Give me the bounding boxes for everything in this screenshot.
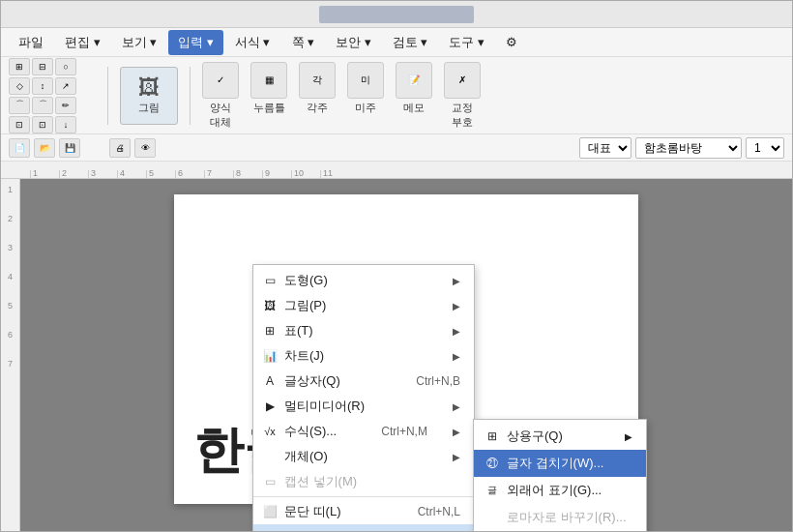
tb-icon-9[interactable]: ✏ xyxy=(55,97,76,114)
ruler-tick-2: 2 xyxy=(59,170,88,178)
fmt-open[interactable]: 📂 xyxy=(34,138,55,158)
document-page: 한글 CHE xyxy=(174,194,638,504)
style-select[interactable]: 대표 xyxy=(579,137,631,159)
app-window: 파일 편집 ▾ 보기 ▾ 입력 ▾ 서식 ▾ 쪽 ▾ 보안 ▾ 검토 ▾ 도구 … xyxy=(0,0,793,532)
ruler-tick-4: 4 xyxy=(117,170,146,178)
fmt-save[interactable]: 💾 xyxy=(59,138,80,158)
correction-btn[interactable]: ✗ xyxy=(444,62,481,99)
left-tick-5: 5 xyxy=(8,299,13,328)
menu-bar: 파일 편집 ▾ 보기 ▾ 입력 ▾ 서식 ▾ 쪽 ▾ 보안 ▾ 검토 ▾ 도구 … xyxy=(1,28,792,57)
ruler-tick-8: 8 xyxy=(233,170,262,178)
footnote-btn[interactable]: 각 xyxy=(299,62,336,99)
input-helper-icon: ▦ xyxy=(261,528,279,531)
toolbar-sep-2 xyxy=(190,67,191,125)
submenu-to-roman: 로마자로 바꾸기(R)... xyxy=(474,504,646,531)
newpage-icon: ⬜ xyxy=(261,503,279,520)
style-label: 양식대체 xyxy=(210,101,231,130)
toolbar-comment-btn: 미 미주 xyxy=(347,62,384,115)
tb-icon-7[interactable]: ⌒ xyxy=(9,97,30,114)
left-tick-4: 4 xyxy=(8,270,13,299)
left-tick-3: 3 xyxy=(8,241,13,270)
menu-security[interactable]: 보안 ▾ xyxy=(326,30,381,55)
menu-tools[interactable]: 도구 ▾ xyxy=(439,30,494,55)
menu-review[interactable]: 검토 ▾ xyxy=(383,30,438,55)
menu-format[interactable]: 서식 ▾ xyxy=(225,30,280,55)
ruler-tick-11: 11 xyxy=(320,170,349,178)
tb-icon-6[interactable]: ↗ xyxy=(55,77,76,95)
tb-icon-11[interactable]: ⊡ xyxy=(32,116,53,133)
menu-input-helper[interactable]: ▦ 입력 도우미(N) ▶ xyxy=(253,524,474,531)
menu-extra[interactable]: ⚙ xyxy=(496,31,527,53)
left-tick-2: 2 xyxy=(8,212,13,241)
toolbar-memo-btn: 📝 메모 xyxy=(396,62,432,115)
toolbar-icons: ⊞ ⊟ ○ ◇ ↕ ↗ ⌒ ⌒ ✏ ⊡ ⊡ ↓ xyxy=(9,58,96,133)
ruler-tick-7: 7 xyxy=(204,170,233,178)
ruler-ticks: 1 2 3 4 5 6 7 8 9 10 11 xyxy=(30,170,349,178)
press-btn[interactable]: ▦ xyxy=(250,62,287,99)
menu-view[interactable]: 보기 ▾ xyxy=(112,30,167,55)
input-helper-label: 입력 도우미(N) xyxy=(284,528,368,531)
ruler-tick-9: 9 xyxy=(262,170,291,178)
tb-icon-10[interactable]: ⊡ xyxy=(9,116,30,133)
to-roman-label: 로마자로 바꾸기(R)... xyxy=(507,509,627,526)
newpage-shortcut: Ctrl+N,L xyxy=(398,505,460,518)
toolbar-picture-btn[interactable]: 🖼 그림 xyxy=(120,67,178,125)
memo-btn[interactable]: 📝 xyxy=(396,62,432,99)
ruler-tick-10: 10 xyxy=(291,170,320,178)
fmt-print[interactable]: 🖨 xyxy=(109,138,131,158)
toolbar-press-btn: ▦ 누름틀 xyxy=(250,62,287,115)
format-bar: 📄 📂 💾 🖨 👁 대표 함초롬바탕 1 xyxy=(1,134,792,162)
tb-icon-12[interactable]: ↓ xyxy=(55,116,76,133)
style-btn[interactable]: ✓ xyxy=(202,62,239,99)
to-roman-icon xyxy=(484,509,501,526)
toolbar-style-btn: ✓ 양식대체 xyxy=(202,62,239,130)
ruler-horizontal: 1 2 3 4 5 6 7 8 9 10 11 xyxy=(1,162,792,179)
menu-input[interactable]: 입력 ▾ xyxy=(168,30,223,55)
press-label: 누름틀 xyxy=(253,101,285,115)
tb-icon-4[interactable]: ◇ xyxy=(9,77,30,95)
tb-icon-3[interactable]: ○ xyxy=(55,58,76,75)
toolbar: ⊞ ⊟ ○ ◇ ↕ ↗ ⌒ ⌒ ✏ ⊡ ⊡ ↓ 🖼 그림 xyxy=(1,57,792,134)
fmt-sep1 xyxy=(84,138,105,158)
left-tick-6: 6 xyxy=(8,328,13,357)
document-area: 한글 CHE ▭ 도형(G) ▶ 🖼 그림(P) ▶ xyxy=(20,179,792,531)
fmt-new-doc[interactable]: 📄 xyxy=(9,138,30,158)
ruler-tick-6: 6 xyxy=(175,170,204,178)
footnote-label: 각주 xyxy=(307,101,328,115)
menu-file[interactable]: 파일 xyxy=(9,30,53,55)
ruler-tick-5: 5 xyxy=(146,170,175,178)
font-select[interactable]: 함초롬바탕 xyxy=(635,137,742,159)
picture-label: 그림 xyxy=(138,101,160,115)
toolbar-right: ✓ 양식대체 ▦ 누름틀 각 각주 미 미주 📝 메모 ✗ 교정부호 xyxy=(202,62,784,130)
main-area: 1 2 3 4 5 6 7 한글 CHE ▭ 도형(G) ▶ xyxy=(1,179,792,531)
correction-label: 교정부호 xyxy=(452,101,473,130)
ruler-tick-3: 3 xyxy=(88,170,117,178)
title-bar xyxy=(1,1,792,28)
menu-page[interactable]: 쪽 ▾ xyxy=(282,30,325,55)
tb-icon-5[interactable]: ↕ xyxy=(32,77,53,95)
toolbar-footnote-btn: 각 각주 xyxy=(299,62,336,115)
tb-icon-1[interactable]: ⊞ xyxy=(9,58,30,75)
tb-icon-8[interactable]: ⌒ xyxy=(32,97,53,114)
ruler-vertical: 1 2 3 4 5 6 7 xyxy=(1,179,20,531)
comment-btn[interactable]: 미 xyxy=(347,62,384,99)
tb-icon-2[interactable]: ⊟ xyxy=(32,58,53,75)
size-select[interactable]: 1 xyxy=(746,137,784,159)
ruler-tick-1: 1 xyxy=(30,170,59,178)
toolbar-correction-btn: ✗ 교정부호 xyxy=(444,62,481,130)
memo-label: 메모 xyxy=(403,101,425,115)
toolbar-sep-1 xyxy=(107,67,108,125)
toolbar-icons-group: ⊞ ⊟ ○ ◇ ↕ ↗ ⌒ ⌒ ✏ ⊡ ⊡ ↓ xyxy=(9,58,96,133)
title-bar-indicator xyxy=(319,6,474,23)
newpage-label: 문단 띠(L) xyxy=(284,503,341,520)
fmt-preview[interactable]: 👁 xyxy=(134,138,156,158)
left-tick-7: 7 xyxy=(8,357,13,386)
comment-label: 미주 xyxy=(355,101,376,115)
menu-edit[interactable]: 편집 ▾ xyxy=(55,30,110,55)
doc-text-small: CHE xyxy=(271,419,304,436)
left-tick-1: 1 xyxy=(8,183,13,212)
